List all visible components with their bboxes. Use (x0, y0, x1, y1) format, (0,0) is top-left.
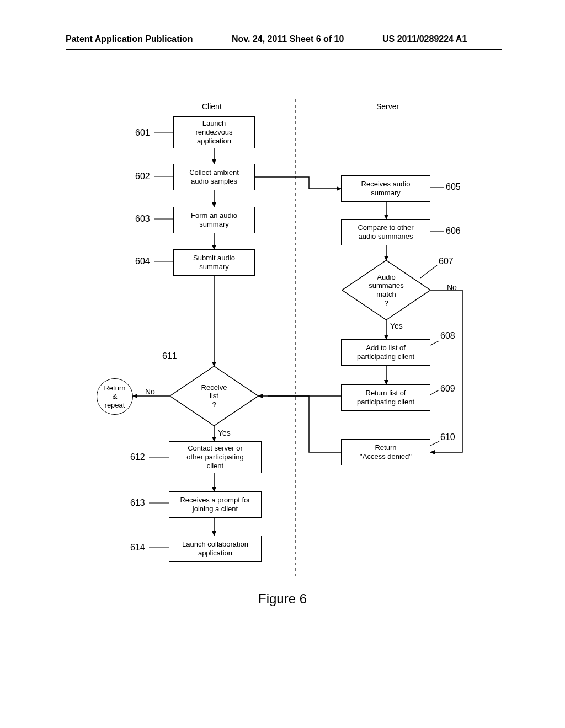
box-614: Launch collaboration application (169, 536, 262, 562)
header-left: Patent Application Publication (66, 34, 193, 44)
header-rule (66, 49, 502, 50)
ref-603: 603 (135, 214, 150, 224)
edge-611-yes: Yes (218, 429, 231, 437)
ref-614: 614 (130, 543, 145, 553)
box-605: Receives audio summary (341, 175, 430, 202)
box-608: Add to list of participating client (341, 339, 430, 366)
col-client: Client (202, 102, 222, 111)
ref-609: 609 (440, 384, 455, 394)
box-601: Launch rendezvous application (173, 116, 255, 148)
ref-606: 606 (446, 226, 461, 236)
box-612: Contact server or other participating cl… (169, 441, 262, 473)
header-center: Nov. 24, 2011 Sheet 6 of 10 (232, 34, 344, 44)
box-604: Submit audio summary (173, 249, 255, 276)
ref-605: 605 (446, 182, 461, 192)
edge-607-no: No (447, 283, 457, 292)
diamond-607: Audio summaries match ? (342, 260, 430, 320)
ref-613: 613 (130, 498, 145, 508)
edge-611-no: No (145, 387, 155, 396)
col-server: Server (376, 102, 399, 111)
diamond-611-text: Receive list ? (170, 366, 258, 426)
ref-608: 608 (440, 331, 455, 341)
box-603: Form an audio summary (173, 207, 255, 233)
edge-607-yes: Yes (390, 322, 403, 330)
diamond-611: Receive list ? (170, 366, 258, 426)
circle-return-repeat: Return & repeat (97, 378, 133, 415)
figure-caption: Figure 6 (0, 591, 565, 607)
box-610: Return "Access denied" (341, 439, 430, 465)
box-613: Receives a prompt for joining a client (169, 491, 262, 518)
ref-611: 611 (162, 351, 177, 361)
ref-612: 612 (130, 452, 145, 462)
ref-601: 601 (135, 128, 150, 138)
box-609: Return list of participating client (341, 384, 430, 411)
diamond-607-text: Audio summaries match ? (342, 260, 430, 320)
box-606: Compare to other audio summaries (341, 219, 430, 245)
connectors (0, 0, 565, 728)
header-right: US 2011/0289224 A1 (382, 34, 467, 44)
box-602: Collect ambient audio samples (173, 164, 255, 190)
ref-604: 604 (135, 256, 150, 266)
ref-602: 602 (135, 172, 150, 181)
ref-610: 610 (440, 432, 455, 442)
ref-607: 607 (439, 256, 454, 266)
